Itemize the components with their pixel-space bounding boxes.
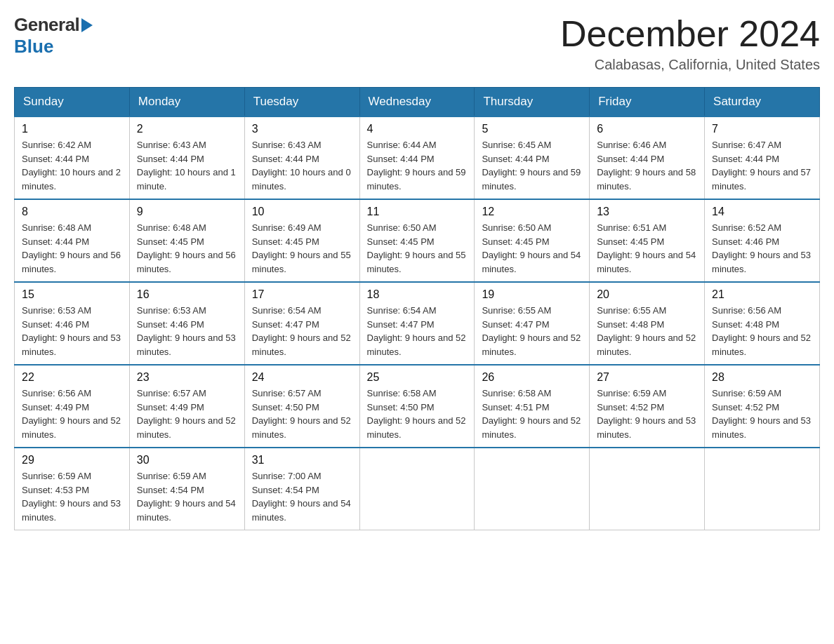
calendar-cell: 20 Sunrise: 6:55 AMSunset: 4:48 PMDaylig… xyxy=(590,282,705,365)
calendar-header-row: SundayMondayTuesdayWednesdayThursdayFrid… xyxy=(15,88,820,117)
calendar-cell: 13 Sunrise: 6:51 AMSunset: 4:45 PMDaylig… xyxy=(590,199,705,282)
day-info: Sunrise: 7:00 AMSunset: 4:54 PMDaylight:… xyxy=(252,469,352,524)
calendar-cell: 28 Sunrise: 6:59 AMSunset: 4:52 PMDaylig… xyxy=(705,365,820,448)
calendar-week-row: 29 Sunrise: 6:59 AMSunset: 4:53 PMDaylig… xyxy=(15,448,820,530)
calendar-cell: 1 Sunrise: 6:42 AMSunset: 4:44 PMDayligh… xyxy=(15,116,130,199)
calendar-cell: 7 Sunrise: 6:47 AMSunset: 4:44 PMDayligh… xyxy=(705,116,820,199)
calendar-cell: 15 Sunrise: 6:53 AMSunset: 4:46 PMDaylig… xyxy=(15,282,130,365)
day-info: Sunrise: 6:59 AMSunset: 4:53 PMDaylight:… xyxy=(22,469,122,524)
logo-blue-text: Blue xyxy=(14,36,53,58)
day-info: Sunrise: 6:46 AMSunset: 4:44 PMDaylight:… xyxy=(597,138,697,193)
calendar-cell: 5 Sunrise: 6:45 AMSunset: 4:44 PMDayligh… xyxy=(475,116,590,199)
month-title: December 2024 xyxy=(560,14,820,54)
column-header-monday: Monday xyxy=(129,88,244,117)
day-number: 7 xyxy=(712,123,812,135)
day-number: 16 xyxy=(137,288,237,301)
day-info: Sunrise: 6:59 AMSunset: 4:54 PMDaylight:… xyxy=(137,469,237,524)
calendar-cell: 17 Sunrise: 6:54 AMSunset: 4:47 PMDaylig… xyxy=(244,282,359,365)
page-header: General Blue December 2024 Calabasas, Ca… xyxy=(14,14,820,73)
day-info: Sunrise: 6:43 AMSunset: 4:44 PMDaylight:… xyxy=(252,138,352,193)
day-number: 6 xyxy=(597,123,697,135)
day-info: Sunrise: 6:59 AMSunset: 4:52 PMDaylight:… xyxy=(597,387,697,441)
calendar-cell: 2 Sunrise: 6:43 AMSunset: 4:44 PMDayligh… xyxy=(129,116,244,199)
logo: General Blue xyxy=(14,14,93,58)
calendar-cell: 21 Sunrise: 6:56 AMSunset: 4:48 PMDaylig… xyxy=(705,282,820,365)
day-info: Sunrise: 6:57 AMSunset: 4:49 PMDaylight:… xyxy=(137,387,237,441)
day-number: 18 xyxy=(367,288,468,301)
day-number: 26 xyxy=(482,371,582,384)
day-info: Sunrise: 6:58 AMSunset: 4:50 PMDaylight:… xyxy=(367,387,468,441)
day-number: 19 xyxy=(482,288,582,301)
calendar-cell: 29 Sunrise: 6:59 AMSunset: 4:53 PMDaylig… xyxy=(15,448,130,530)
calendar-cell: 16 Sunrise: 6:53 AMSunset: 4:46 PMDaylig… xyxy=(129,282,244,365)
day-number: 9 xyxy=(137,206,237,218)
calendar-cell xyxy=(359,448,475,530)
column-header-saturday: Saturday xyxy=(705,88,820,117)
column-header-thursday: Thursday xyxy=(475,88,590,117)
calendar-cell: 26 Sunrise: 6:58 AMSunset: 4:51 PMDaylig… xyxy=(475,365,590,448)
day-info: Sunrise: 6:55 AMSunset: 4:48 PMDaylight:… xyxy=(597,304,697,358)
day-number: 8 xyxy=(22,206,122,218)
day-info: Sunrise: 6:43 AMSunset: 4:44 PMDaylight:… xyxy=(137,138,237,193)
calendar-cell: 12 Sunrise: 6:50 AMSunset: 4:45 PMDaylig… xyxy=(475,199,590,282)
calendar-week-row: 8 Sunrise: 6:48 AMSunset: 4:44 PMDayligh… xyxy=(15,199,820,282)
calendar-cell: 3 Sunrise: 6:43 AMSunset: 4:44 PMDayligh… xyxy=(244,116,359,199)
calendar-cell: 9 Sunrise: 6:48 AMSunset: 4:45 PMDayligh… xyxy=(129,199,244,282)
day-number: 28 xyxy=(712,371,812,384)
calendar-cell xyxy=(590,448,705,530)
calendar-cell: 31 Sunrise: 7:00 AMSunset: 4:54 PMDaylig… xyxy=(244,448,359,530)
title-area: December 2024 Calabasas, California, Uni… xyxy=(560,14,820,73)
day-number: 1 xyxy=(22,123,122,135)
calendar-cell: 25 Sunrise: 6:58 AMSunset: 4:50 PMDaylig… xyxy=(359,365,475,448)
calendar-cell: 11 Sunrise: 6:50 AMSunset: 4:45 PMDaylig… xyxy=(359,199,475,282)
day-info: Sunrise: 6:47 AMSunset: 4:44 PMDaylight:… xyxy=(712,138,812,193)
calendar-cell: 6 Sunrise: 6:46 AMSunset: 4:44 PMDayligh… xyxy=(590,116,705,199)
day-info: Sunrise: 6:54 AMSunset: 4:47 PMDaylight:… xyxy=(252,304,352,358)
calendar-table: SundayMondayTuesdayWednesdayThursdayFrid… xyxy=(14,87,820,530)
logo-arrow-icon xyxy=(81,18,93,32)
day-number: 25 xyxy=(367,371,468,384)
column-header-sunday: Sunday xyxy=(15,88,130,117)
day-number: 10 xyxy=(252,206,352,218)
calendar-cell: 27 Sunrise: 6:59 AMSunset: 4:52 PMDaylig… xyxy=(590,365,705,448)
day-info: Sunrise: 6:50 AMSunset: 4:45 PMDaylight:… xyxy=(482,221,582,276)
day-info: Sunrise: 6:52 AMSunset: 4:46 PMDaylight:… xyxy=(712,221,812,276)
day-info: Sunrise: 6:48 AMSunset: 4:45 PMDaylight:… xyxy=(137,221,237,276)
day-info: Sunrise: 6:53 AMSunset: 4:46 PMDaylight:… xyxy=(137,304,237,358)
day-info: Sunrise: 6:54 AMSunset: 4:47 PMDaylight:… xyxy=(367,304,468,358)
day-info: Sunrise: 6:45 AMSunset: 4:44 PMDaylight:… xyxy=(482,138,582,193)
day-info: Sunrise: 6:56 AMSunset: 4:49 PMDaylight:… xyxy=(22,387,122,441)
day-info: Sunrise: 6:51 AMSunset: 4:45 PMDaylight:… xyxy=(597,221,697,276)
calendar-week-row: 15 Sunrise: 6:53 AMSunset: 4:46 PMDaylig… xyxy=(15,282,820,365)
calendar-cell: 22 Sunrise: 6:56 AMSunset: 4:49 PMDaylig… xyxy=(15,365,130,448)
calendar-cell: 10 Sunrise: 6:49 AMSunset: 4:45 PMDaylig… xyxy=(244,199,359,282)
day-number: 12 xyxy=(482,206,582,218)
day-number: 2 xyxy=(137,123,237,135)
day-info: Sunrise: 6:42 AMSunset: 4:44 PMDaylight:… xyxy=(22,138,122,193)
calendar-cell: 4 Sunrise: 6:44 AMSunset: 4:44 PMDayligh… xyxy=(359,116,475,199)
day-info: Sunrise: 6:58 AMSunset: 4:51 PMDaylight:… xyxy=(482,387,582,441)
day-number: 22 xyxy=(22,371,122,384)
column-header-wednesday: Wednesday xyxy=(359,88,475,117)
day-info: Sunrise: 6:50 AMSunset: 4:45 PMDaylight:… xyxy=(367,221,468,276)
day-number: 15 xyxy=(22,288,122,301)
location-title: Calabasas, California, United States xyxy=(560,57,820,73)
day-number: 3 xyxy=(252,123,352,135)
column-header-tuesday: Tuesday xyxy=(244,88,359,117)
day-number: 23 xyxy=(137,371,237,384)
logo-general-text: General xyxy=(14,14,79,36)
day-info: Sunrise: 6:59 AMSunset: 4:52 PMDaylight:… xyxy=(712,387,812,441)
day-info: Sunrise: 6:55 AMSunset: 4:47 PMDaylight:… xyxy=(482,304,582,358)
day-number: 11 xyxy=(367,206,468,218)
day-info: Sunrise: 6:56 AMSunset: 4:48 PMDaylight:… xyxy=(712,304,812,358)
day-number: 24 xyxy=(252,371,352,384)
day-number: 14 xyxy=(712,206,812,218)
day-number: 30 xyxy=(137,454,237,467)
day-info: Sunrise: 6:44 AMSunset: 4:44 PMDaylight:… xyxy=(367,138,468,193)
day-number: 17 xyxy=(252,288,352,301)
day-number: 13 xyxy=(597,206,697,218)
calendar-cell xyxy=(475,448,590,530)
calendar-cell: 24 Sunrise: 6:57 AMSunset: 4:50 PMDaylig… xyxy=(244,365,359,448)
calendar-cell: 18 Sunrise: 6:54 AMSunset: 4:47 PMDaylig… xyxy=(359,282,475,365)
calendar-week-row: 1 Sunrise: 6:42 AMSunset: 4:44 PMDayligh… xyxy=(15,116,820,199)
